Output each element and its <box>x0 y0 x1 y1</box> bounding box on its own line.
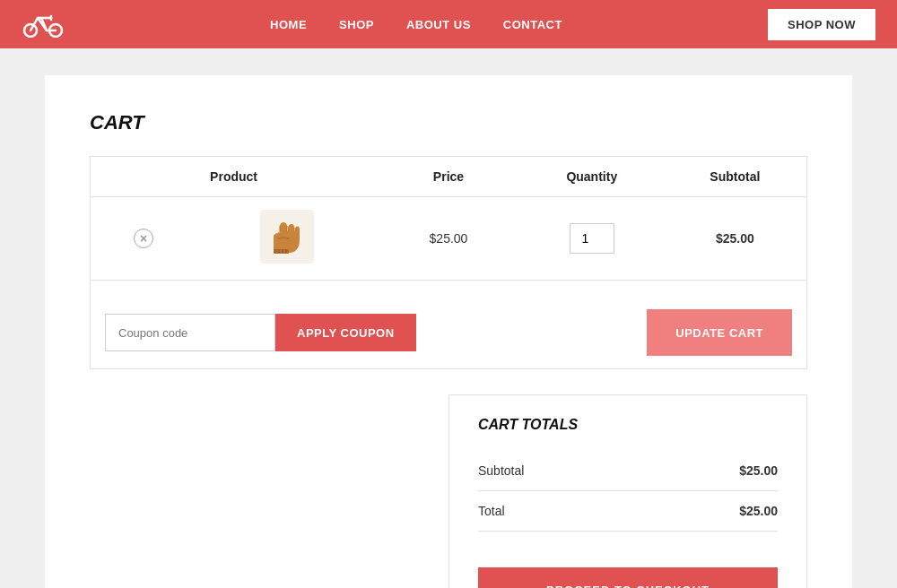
total-row: Total $25.00 <box>478 491 778 532</box>
shop-now-button[interactable]: SHOP NOW <box>768 9 875 40</box>
coupon-input[interactable] <box>105 314 275 351</box>
product-quantity-cell <box>520 197 664 281</box>
logo[interactable] <box>22 11 65 38</box>
content-card: CART Product Price Quantity Subtotal × <box>45 75 852 588</box>
nav-contact[interactable]: CONTACT <box>503 18 562 31</box>
main-content: CART Product Price Quantity Subtotal × <box>0 48 897 588</box>
col-subtotal: Subtotal <box>664 157 807 197</box>
nav-shop[interactable]: SHOP <box>339 18 374 31</box>
nav-about[interactable]: ABOUT US <box>406 18 471 31</box>
col-price: Price <box>377 157 520 197</box>
remove-item-button[interactable]: × <box>134 229 153 248</box>
table-row: × <box>91 197 807 281</box>
main-nav: HOME SHOP ABOUT US CONTACT <box>270 18 562 31</box>
cart-table: Product Price Quantity Subtotal × <box>90 156 807 369</box>
total-label: Total <box>478 504 505 518</box>
coupon-left: APPLY COUPON <box>105 314 416 351</box>
cart-totals-box: CART TOTALS Subtotal $25.00 Total $25.00… <box>448 394 807 588</box>
cart-totals-title: CART TOTALS <box>478 417 778 433</box>
checkout-button[interactable]: PROCEED TO CHECKOUT <box>478 567 778 588</box>
coupon-cell: APPLY COUPON UPDATE CART <box>91 281 807 369</box>
remove-cell: × <box>91 197 197 281</box>
product-image-cell <box>196 197 377 281</box>
apply-coupon-button[interactable]: APPLY COUPON <box>275 314 416 351</box>
update-cart-button[interactable]: UPDATE CART <box>647 309 792 356</box>
product-image <box>260 210 314 264</box>
bike-icon <box>22 11 65 38</box>
subtotal-row: Subtotal $25.00 <box>478 451 778 491</box>
coupon-row: APPLY COUPON UPDATE CART <box>91 281 807 369</box>
nav-home[interactable]: HOME <box>270 18 307 31</box>
col-quantity: Quantity <box>520 157 664 197</box>
quantity-input[interactable] <box>570 223 614 254</box>
cart-totals-section: CART TOTALS Subtotal $25.00 Total $25.00… <box>90 394 807 588</box>
subtotal-value: $25.00 <box>739 463 778 478</box>
cart-title: CART <box>90 111 807 134</box>
subtotal-label: Subtotal <box>478 463 524 478</box>
total-value: $25.00 <box>739 504 778 518</box>
x-icon: × <box>140 231 147 246</box>
col-product: Product <box>91 157 378 197</box>
product-price: $25.00 <box>377 197 520 281</box>
header: HOME SHOP ABOUT US CONTACT SHOP NOW <box>0 0 897 48</box>
product-subtotal: $25.00 <box>664 197 807 281</box>
